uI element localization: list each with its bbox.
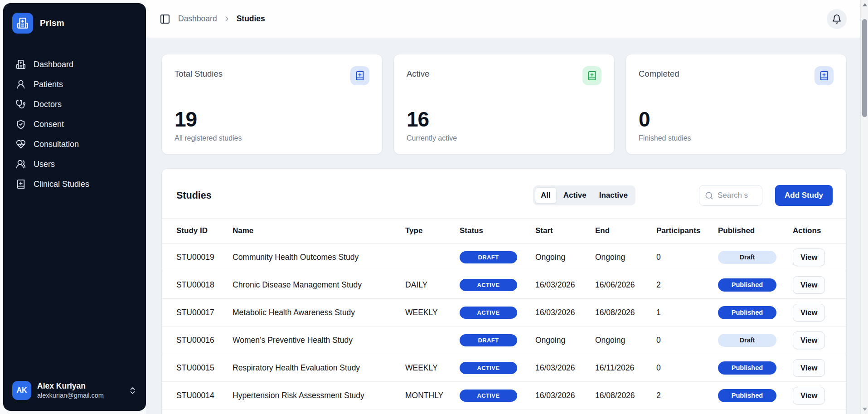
status-badge: ACTIVE — [460, 307, 517, 319]
view-button[interactable]: View — [793, 387, 825, 404]
sidebar-item-users[interactable]: Users — [11, 154, 138, 174]
bell-icon — [832, 14, 842, 24]
column-header-end: End — [595, 219, 656, 244]
sidebar-item-patients[interactable]: Patients — [11, 74, 138, 94]
column-header-study-id: Study ID — [162, 219, 233, 244]
filter-tab-inactive[interactable]: Inactive — [593, 187, 634, 204]
stat-subtitle: All registered studies — [175, 134, 369, 142]
book-plus-icon — [350, 66, 369, 85]
column-header-type: Type — [405, 219, 460, 244]
status-badge: DRAFT — [460, 251, 517, 263]
stat-card-completed: Completed 0 Finished studies — [626, 54, 847, 155]
study-id-cell: STU00017 — [162, 299, 233, 326]
stat-subtitle: Currently active — [407, 134, 601, 142]
book-plus-icon — [16, 179, 26, 189]
notifications-button[interactable] — [827, 9, 847, 29]
sidebar-item-label: Consent — [34, 120, 64, 129]
brand: Prism — [3, 3, 146, 34]
breadcrumb-dashboard[interactable]: Dashboard — [178, 14, 217, 24]
study-type-cell — [405, 326, 460, 354]
sidebar-item-label: Consultation — [34, 140, 79, 149]
chevron-right-icon — [223, 15, 231, 23]
participants-cell: 2 — [656, 271, 718, 299]
participants-cell: 2 — [656, 382, 718, 409]
study-id-cell: STU00014 — [162, 382, 233, 409]
avatar: AK — [12, 381, 31, 400]
column-header-start: Start — [535, 219, 595, 244]
end-date-cell: 16/11/2026 — [595, 354, 656, 382]
table-row: STU00015 Respiratory Health Evaluation S… — [162, 354, 847, 382]
study-name-cell: Respiratory Health Evaluation Study — [233, 354, 405, 382]
status-badge: ACTIVE — [460, 362, 517, 374]
filter-tab-all[interactable]: All — [535, 187, 557, 204]
participants-cell: 1 — [656, 299, 718, 326]
sidebar-item-consent[interactable]: Consent — [11, 114, 138, 134]
start-date-cell: Ongoing — [535, 244, 595, 271]
stat-card-active: Active 16 Currently active — [393, 54, 615, 155]
sidebar-item-consultation[interactable]: Consultation — [11, 134, 138, 154]
end-date-cell: Ongoing — [595, 326, 656, 354]
vertical-scrollbar — [860, 0, 868, 414]
published-badge: Draft — [718, 334, 776, 347]
published-badge: Published — [718, 361, 776, 375]
study-name-cell: Community Health Outcomes Study — [233, 244, 405, 271]
view-button[interactable]: View — [793, 331, 825, 349]
status-badge: DRAFT — [460, 334, 517, 346]
sidebar-item-dashboard[interactable]: Dashboard — [11, 54, 138, 74]
study-id-cell: STU00015 — [162, 354, 233, 382]
shield-check-icon — [16, 119, 26, 129]
published-badge: Published — [718, 278, 776, 292]
published-badge: Draft — [718, 251, 776, 264]
user-email: alexkurian@gmail.com — [37, 391, 104, 399]
column-header-participants: Participants — [656, 219, 718, 244]
stethoscope-icon — [16, 99, 26, 109]
sidebar-nav: DashboardPatientsDoctorsConsentConsultat… — [3, 54, 146, 194]
study-id-cell: STU00019 — [162, 244, 233, 271]
app-name: Prism — [40, 18, 64, 28]
studies-panel-header: Studies AllActiveInactive Add Study — [162, 169, 846, 218]
search-input[interactable] — [718, 191, 756, 200]
search-icon — [705, 191, 713, 200]
study-name-cell: Chronic Disease Management Study — [233, 271, 405, 299]
sidebar-item-label: Dashboard — [34, 60, 73, 69]
view-button[interactable]: View — [793, 359, 825, 377]
heart-pulse-icon — [16, 139, 26, 149]
content: Total Studies 19 All registered studies … — [146, 38, 860, 414]
view-button[interactable]: View — [793, 304, 825, 321]
stat-value: 16 — [407, 109, 601, 130]
sidebar-item-doctors[interactable]: Doctors — [11, 94, 138, 114]
sidebar-item-label: Clinical Studies — [34, 180, 89, 189]
column-header-published: Published — [718, 219, 793, 244]
sidebar-item-clinical-studies[interactable]: Clinical Studies — [11, 174, 138, 194]
table-row: STU00016 Women’s Preventive Health Study… — [162, 326, 847, 354]
filter-tab-active[interactable]: Active — [558, 187, 592, 204]
stat-value: 0 — [639, 109, 834, 130]
stat-subtitle: Finished studies — [639, 134, 834, 142]
sidebar-toggle-icon[interactable] — [160, 14, 170, 24]
user-menu[interactable]: AK Alex Kuriyan alexkurian@gmail.com — [3, 374, 146, 411]
chevrons-up-down-icon — [128, 386, 137, 395]
add-study-button[interactable]: Add Study — [775, 185, 833, 206]
view-button[interactable]: View — [793, 248, 825, 266]
table-row: STU00018 Chronic Disease Management Stud… — [162, 271, 847, 299]
user-name: Alex Kuriyan — [37, 381, 104, 391]
study-name-cell: Women’s Preventive Health Study — [233, 326, 405, 354]
scrollbar-thumb[interactable] — [862, 19, 867, 117]
view-button[interactable]: View — [793, 276, 825, 294]
end-date-cell: 16/08/2026 — [595, 299, 656, 326]
sidebar-item-label: Patients — [34, 80, 63, 89]
start-date-cell: Ongoing — [535, 326, 595, 354]
table-row: STU00014 Hypertension Risk Assessment St… — [162, 382, 847, 409]
scroll-up-arrow[interactable] — [861, 1, 868, 9]
column-header-actions: Actions — [793, 219, 847, 244]
participants-cell: 0 — [656, 326, 718, 354]
column-header-name: Name — [233, 219, 405, 244]
patient-icon — [16, 79, 26, 89]
study-id-cell: STU00018 — [162, 271, 233, 299]
end-date-cell: Ongoing — [595, 244, 656, 271]
stat-card-total-studies: Total Studies 19 All registered studies — [161, 54, 383, 155]
study-type-cell — [405, 244, 460, 271]
breadcrumb-studies: Studies — [237, 14, 265, 24]
study-type-cell: WEEKLY — [405, 299, 460, 326]
scroll-down-arrow[interactable] — [861, 405, 868, 413]
